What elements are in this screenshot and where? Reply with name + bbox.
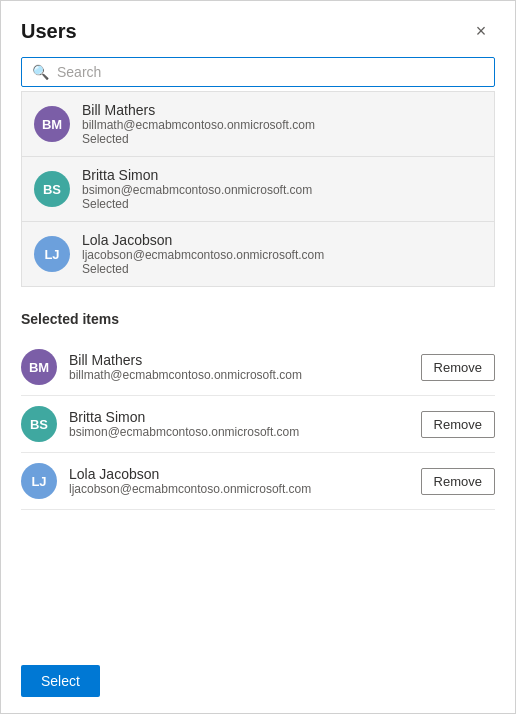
- user-email: billmath@ecmabmcontoso.onmicrosoft.com: [69, 368, 302, 382]
- search-input[interactable]: [57, 64, 484, 80]
- selected-item: LJ Lola Jacobson ljacobson@ecmabmcontoso…: [21, 453, 495, 510]
- selected-item: BM Bill Mathers billmath@ecmabmcontoso.o…: [21, 339, 495, 396]
- user-info: Britta Simon bsimon@ecmabmcontoso.onmicr…: [82, 167, 312, 211]
- selected-item-info: LJ Lola Jacobson ljacobson@ecmabmcontoso…: [21, 463, 421, 499]
- avatar: BS: [34, 171, 70, 207]
- search-icon: 🔍: [32, 64, 49, 80]
- avatar: LJ: [21, 463, 57, 499]
- dialog-footer: Select: [1, 649, 515, 713]
- user-name: Britta Simon: [69, 409, 299, 425]
- user-info: Lola Jacobson ljacobson@ecmabmcontoso.on…: [82, 232, 324, 276]
- selected-list: BM Bill Mathers billmath@ecmabmcontoso.o…: [21, 339, 495, 510]
- user-status: Selected: [82, 197, 312, 211]
- selected-item-info: BM Bill Mathers billmath@ecmabmcontoso.o…: [21, 349, 421, 385]
- users-dialog: Users × 🔍 BM Bill Mathers billmath@ecmab…: [0, 0, 516, 714]
- user-email: ljacobson@ecmabmcontoso.onmicrosoft.com: [69, 482, 311, 496]
- list-item[interactable]: LJ Lola Jacobson ljacobson@ecmabmcontoso…: [22, 222, 494, 286]
- user-email: bsimon@ecmabmcontoso.onmicrosoft.com: [82, 183, 312, 197]
- user-info: Bill Mathers billmath@ecmabmcontoso.onmi…: [69, 352, 302, 382]
- user-name: Britta Simon: [82, 167, 312, 183]
- user-name: Bill Mathers: [82, 102, 315, 118]
- selected-item: BS Britta Simon bsimon@ecmabmcontoso.onm…: [21, 396, 495, 453]
- avatar: LJ: [34, 236, 70, 272]
- user-info: Lola Jacobson ljacobson@ecmabmcontoso.on…: [69, 466, 311, 496]
- close-button[interactable]: ×: [467, 17, 495, 45]
- avatar: BM: [34, 106, 70, 142]
- list-item[interactable]: BS Britta Simon bsimon@ecmabmcontoso.onm…: [22, 157, 494, 222]
- dialog-body: 🔍 BM Bill Mathers billmath@ecmabmcontoso…: [1, 57, 515, 649]
- user-email: billmath@ecmabmcontoso.onmicrosoft.com: [82, 118, 315, 132]
- user-name: Bill Mathers: [69, 352, 302, 368]
- user-status: Selected: [82, 262, 324, 276]
- user-info: Britta Simon bsimon@ecmabmcontoso.onmicr…: [69, 409, 299, 439]
- user-email: bsimon@ecmabmcontoso.onmicrosoft.com: [69, 425, 299, 439]
- search-box: 🔍: [21, 57, 495, 87]
- user-name: Lola Jacobson: [69, 466, 311, 482]
- remove-button[interactable]: Remove: [421, 468, 495, 495]
- dialog-header: Users ×: [1, 1, 515, 57]
- user-name: Lola Jacobson: [82, 232, 324, 248]
- dialog-title: Users: [21, 20, 77, 43]
- user-email: ljacobson@ecmabmcontoso.onmicrosoft.com: [82, 248, 324, 262]
- avatar: BM: [21, 349, 57, 385]
- user-dropdown-list: BM Bill Mathers billmath@ecmabmcontoso.o…: [21, 91, 495, 287]
- remove-button[interactable]: Remove: [421, 354, 495, 381]
- user-status: Selected: [82, 132, 315, 146]
- list-item[interactable]: BM Bill Mathers billmath@ecmabmcontoso.o…: [22, 92, 494, 157]
- selected-item-info: BS Britta Simon bsimon@ecmabmcontoso.onm…: [21, 406, 421, 442]
- avatar: BS: [21, 406, 57, 442]
- select-button[interactable]: Select: [21, 665, 100, 697]
- selected-section-title: Selected items: [21, 311, 495, 327]
- user-info: Bill Mathers billmath@ecmabmcontoso.onmi…: [82, 102, 315, 146]
- selected-section: Selected items BM Bill Mathers billmath@…: [21, 311, 495, 510]
- remove-button[interactable]: Remove: [421, 411, 495, 438]
